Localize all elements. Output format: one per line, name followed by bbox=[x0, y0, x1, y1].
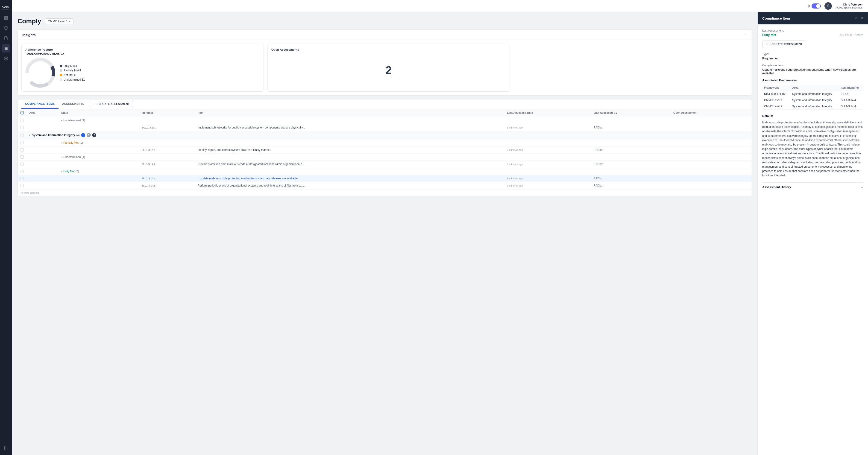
legend-partially-met: Partially Met 4 bbox=[60, 69, 85, 72]
compliance-item-section: Compliance Item: Update malicious code p… bbox=[762, 64, 863, 75]
assessment-history-section[interactable]: Assessment History ⌄ bbox=[762, 182, 863, 192]
chevron-icon: ▾ bbox=[29, 134, 30, 136]
row-item: Implement subnetworks for publicly acces… bbox=[195, 124, 504, 131]
row-date: 9 minutes ago bbox=[504, 124, 591, 131]
topbar: Chris Petersen ACME Space Industries bbox=[12, 0, 868, 12]
chevron-icon: ▾ bbox=[61, 141, 62, 144]
fw-area: System and Information Integrity bbox=[790, 103, 839, 109]
row-date: 9 minutes ago bbox=[504, 175, 591, 182]
frameworks-section: Associated Frameworks: Framework Area It… bbox=[762, 78, 863, 109]
svg-rect-4 bbox=[4, 19, 5, 20]
theme-toggle[interactable] bbox=[807, 3, 821, 8]
row-by: RADbot bbox=[591, 175, 671, 182]
compliance-item-label: Compliance Item: bbox=[762, 64, 863, 67]
row-checkbox[interactable] bbox=[21, 148, 24, 152]
insights-title: Insights bbox=[22, 33, 36, 37]
row-checkbox[interactable] bbox=[21, 177, 24, 180]
table-row: SI.L1-3.14.2 Provide protection from mal… bbox=[18, 161, 752, 168]
dark-mode-toggle[interactable] bbox=[812, 3, 821, 8]
row-item: Perform periodic scans of organizational… bbox=[195, 182, 504, 189]
tab-compliance-items[interactable]: COMPLIANCE ITEMS bbox=[22, 99, 59, 109]
row-identifier: SI.L1-3.14.1 bbox=[139, 147, 195, 154]
col-item: Item bbox=[195, 109, 504, 117]
svg-text:RADICL: RADICL bbox=[2, 6, 10, 8]
last-assessment-row: Fully Met 11/14/2023 - RADbot bbox=[762, 33, 863, 37]
panel-body: Last Assessment: Fully Met 11/14/2023 - … bbox=[758, 24, 868, 455]
user-info: Chris Petersen ACME Space Industries bbox=[836, 3, 863, 9]
chevron-icon: ▾ bbox=[61, 119, 62, 122]
table-row: ▾ System and Information Integrity (4) 1… bbox=[18, 131, 752, 139]
row-identifier: SI.L1-3.14.5 bbox=[139, 182, 195, 189]
panel-close-button[interactable]: ✕ bbox=[860, 15, 863, 21]
level-selector[interactable]: CMMC Level 1 ▾ bbox=[45, 19, 74, 24]
type-section: Type: Requirement bbox=[762, 53, 863, 60]
main-container: Chris Petersen ACME Space Industries Com… bbox=[12, 0, 868, 455]
sidebar-icon-document[interactable] bbox=[2, 34, 10, 42]
table-row: ▾ Fully Met (2) bbox=[18, 168, 752, 175]
row-checkbox[interactable] bbox=[21, 156, 24, 159]
chevron-icon: ▾ bbox=[61, 170, 62, 173]
row-identifier: SI.L1-3.14.2 bbox=[139, 161, 195, 168]
compliance-table: Area State Identifier Item Last Assessed… bbox=[18, 109, 752, 189]
area-group[interactable]: ▾ System and Information Integrity (4) 1… bbox=[29, 133, 749, 137]
row-item: Provide protection from malicious code a… bbox=[195, 161, 504, 168]
fw-col-framework: Framework bbox=[762, 85, 790, 91]
sidebar-icon-shield[interactable] bbox=[2, 24, 10, 32]
frameworks-table: Framework Area Item Identifier NIST 800-… bbox=[762, 85, 863, 109]
create-assessment-button[interactable]: + + CREATE ASSESSMENT bbox=[90, 101, 133, 107]
row-area bbox=[27, 117, 59, 124]
state-group-partially[interactable]: ▾ Partially Met (1) bbox=[61, 141, 749, 144]
open-assessments-card: Open Assessments 2 bbox=[268, 44, 510, 92]
table-row[interactable]: SI.L1-3.14.4 Update malicious code prote… bbox=[18, 175, 752, 182]
row-checkbox[interactable] bbox=[21, 170, 24, 173]
select-all-checkbox[interactable] bbox=[21, 111, 24, 115]
sidebar-icon-grid[interactable] bbox=[2, 14, 10, 22]
row-checkbox[interactable] bbox=[21, 163, 24, 166]
badge-gray: 1 bbox=[87, 133, 91, 137]
fw-col-area: Area bbox=[790, 85, 839, 91]
state-group-undetermined[interactable]: ▾ Undetermined (1) bbox=[61, 156, 749, 159]
svg-point-15 bbox=[828, 5, 829, 6]
row-state: ▾ Undetermined (1) bbox=[59, 117, 139, 124]
table-row: ▾ Partially Met (1) bbox=[18, 139, 752, 147]
row-checkbox[interactable] bbox=[21, 126, 24, 129]
sidebar-icon-gear[interactable] bbox=[2, 54, 10, 63]
last-assessment-label: Last Assessment: bbox=[762, 29, 863, 32]
sidebar-icon-exit[interactable] bbox=[2, 444, 10, 452]
details-text: Malicious code protection mechanisms inc… bbox=[762, 121, 863, 178]
row-identifier: SI.L1-3.14.4 bbox=[139, 175, 195, 182]
external-link-icon[interactable]: ↗ bbox=[855, 17, 857, 20]
tabs-header: COMPLIANCE ITEMS ASSESSMENTS + + CREATE … bbox=[18, 99, 752, 109]
table-row: SI.L1-3.14.5 Perform periodic scans of o… bbox=[18, 182, 752, 189]
sidebar-icon-list[interactable] bbox=[2, 44, 10, 53]
type-label: Type: bbox=[762, 53, 863, 56]
collapse-icon[interactable]: ⌃ bbox=[745, 33, 747, 37]
col-last-date: Last Assessed Date bbox=[504, 109, 591, 117]
tab-assessments[interactable]: ASSESSMENTS bbox=[59, 99, 88, 109]
row-checkbox[interactable] bbox=[21, 141, 24, 144]
row-by: RADbot bbox=[591, 147, 671, 154]
col-area: Area bbox=[27, 109, 59, 117]
compliance-table-wrapper: Area State Identifier Item Last Assessed… bbox=[18, 109, 752, 189]
type-value: Requirement bbox=[762, 57, 863, 60]
state-group-fully[interactable]: ▾ Fully Met (2) bbox=[61, 170, 749, 173]
row-checkbox[interactable] bbox=[21, 119, 24, 122]
sidebar: RADICL Radion State Threat Defence bbox=[0, 0, 12, 455]
page-header: Comply CMMC Level 1 ▾ bbox=[18, 18, 752, 25]
last-assessment-value: Fully Met bbox=[762, 33, 776, 37]
panel-create-assessment-button[interactable]: + + CREATE ASSESSMENT bbox=[762, 40, 806, 48]
row-by: RADbot bbox=[591, 182, 671, 189]
row-item[interactable]: Update malicious code protection mechani… bbox=[195, 175, 504, 182]
chart-legend: Fully Met 2 Partially Met 4 Not Met 0 bbox=[60, 64, 85, 81]
details-section: Details: Malicious code protection mecha… bbox=[762, 114, 863, 178]
open-assessments-count: 2 bbox=[381, 59, 397, 81]
row-checkbox[interactable] bbox=[21, 184, 24, 187]
row-date: 9 minutes ago bbox=[504, 147, 591, 154]
fw-id: 3.14.4 bbox=[839, 91, 863, 97]
row-item: Identify, report, and correct system fla… bbox=[195, 147, 504, 154]
row-checkbox[interactable] bbox=[21, 134, 24, 137]
badge-blue: 1 bbox=[81, 133, 85, 137]
insights-panel: Insights ⌃ Adherence Posture TOTAL COMPL… bbox=[18, 30, 752, 96]
fw-col-identifier: Item Identifier bbox=[839, 85, 863, 91]
state-group-undetermined[interactable]: ▾ Undetermined (1) bbox=[61, 119, 136, 122]
